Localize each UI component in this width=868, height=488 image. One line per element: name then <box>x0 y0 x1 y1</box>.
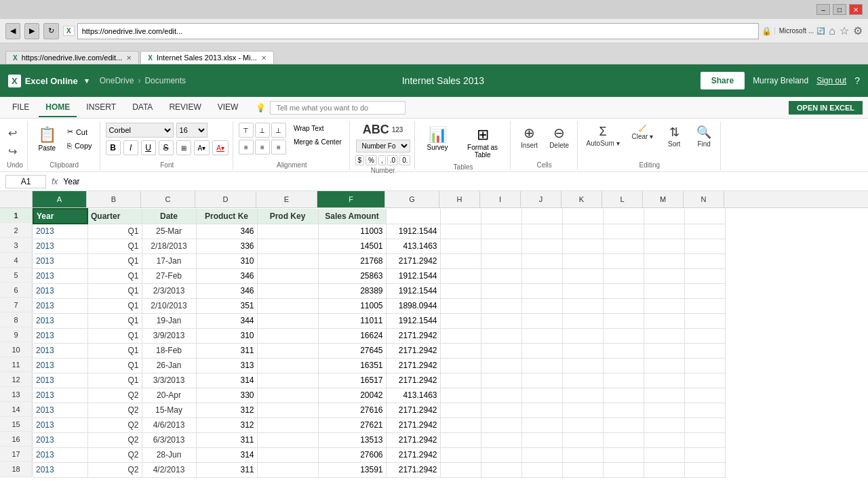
cell-M2[interactable] <box>644 224 684 239</box>
cell-L13[interactable] <box>603 388 644 403</box>
tell-me-input[interactable] <box>270 101 406 115</box>
cell-J2[interactable] <box>521 224 562 239</box>
row-num-18[interactable]: 18 <box>0 462 33 476</box>
cell-E7[interactable] <box>257 298 318 313</box>
cell-A9[interactable]: 2013 <box>33 328 87 343</box>
cell-M4[interactable] <box>644 253 684 268</box>
align-bottom-button[interactable]: ⊥ <box>271 123 286 138</box>
cell-A18[interactable]: 2013 <box>33 462 87 477</box>
cell-I13[interactable] <box>481 388 521 403</box>
cell-H8[interactable] <box>440 313 481 328</box>
cell-A16[interactable]: 2013 <box>33 432 87 447</box>
cell-K9[interactable] <box>562 328 603 343</box>
cell-N6[interactable] <box>684 283 725 298</box>
cell-I8[interactable] <box>481 313 521 328</box>
cell-J14[interactable] <box>521 403 562 418</box>
table-row[interactable]: 2013Q118-Feb311276452171.2942 <box>33 343 725 358</box>
copy-button[interactable]: ⎘ Copy <box>64 140 96 152</box>
cell-K10[interactable] <box>562 343 603 358</box>
merge-center-button[interactable]: Merge & Center <box>290 136 345 148</box>
cell-H10[interactable] <box>440 343 481 358</box>
clear-button[interactable]: 🧹 Clear ▾ <box>629 123 657 142</box>
table-row[interactable]: 2013Q119-Jan344110111912.1544 <box>33 313 725 328</box>
row-num-3[interactable]: 3 <box>0 238 33 253</box>
cell-E16[interactable] <box>257 432 318 447</box>
cell-H5[interactable] <box>440 268 481 283</box>
cell-K7[interactable] <box>562 298 603 313</box>
cell-L3[interactable] <box>603 239 644 253</box>
cell-B10[interactable]: Q1 <box>87 343 142 358</box>
header-dropdown-arrow[interactable]: ▾ <box>85 77 89 85</box>
cell-N3[interactable] <box>684 239 725 253</box>
underline-button[interactable]: U <box>141 140 156 155</box>
cell-I16[interactable] <box>481 432 521 447</box>
cell-I2[interactable] <box>481 224 521 239</box>
cell-D1[interactable]: Product Ke <box>196 209 257 224</box>
align-middle-button[interactable]: ⊥ <box>255 123 270 138</box>
col-header-B[interactable]: B <box>87 191 141 207</box>
tab-data[interactable]: DATA <box>125 98 159 117</box>
cell-K1[interactable] <box>562 209 603 224</box>
cell-H15[interactable] <box>440 418 481 432</box>
col-header-D[interactable]: D <box>195 191 256 207</box>
share-button[interactable]: Share <box>701 72 745 89</box>
cell-F6[interactable]: 28389 <box>318 283 386 298</box>
cell-B7[interactable]: Q1 <box>87 298 142 313</box>
cell-M3[interactable] <box>644 239 684 253</box>
row-num-6[interactable]: 6 <box>0 283 33 298</box>
row-num-16[interactable]: 16 <box>0 432 33 447</box>
number-format-select[interactable]: Number Format <box>356 140 410 152</box>
cell-F9[interactable]: 16624 <box>318 328 386 343</box>
cell-M15[interactable] <box>644 418 684 432</box>
cell-E18[interactable] <box>257 462 318 477</box>
cell-A14[interactable]: 2013 <box>33 403 87 418</box>
increase-decimal-button[interactable]: .0 <box>387 155 398 165</box>
cell-D4[interactable]: 310 <box>196 253 257 268</box>
cell-D5[interactable]: 346 <box>196 268 257 283</box>
cell-L10[interactable] <box>603 343 644 358</box>
col-header-J[interactable]: J <box>521 191 561 207</box>
col-header-F[interactable]: F <box>317 191 385 207</box>
cell-H13[interactable] <box>440 388 481 403</box>
cell-L14[interactable] <box>603 403 644 418</box>
breadcrumb-onedrive[interactable]: OneDrive <box>100 76 134 85</box>
cell-B6[interactable]: Q1 <box>87 283 142 298</box>
italic-button[interactable]: I <box>123 140 138 155</box>
cell-B2[interactable]: Q1 <box>87 224 142 239</box>
tab-2[interactable]: X Internet Sales 2013.xlsx - Mi... ✕ <box>140 51 274 64</box>
cell-B8[interactable]: Q1 <box>87 313 142 328</box>
cell-G4[interactable]: 2171.2942 <box>386 253 440 268</box>
cell-B3[interactable]: Q1 <box>87 239 142 253</box>
table-row[interactable]: 2013Q12/10/2013351110051898.0944 <box>33 298 725 313</box>
find-button[interactable]: 🔍 Find <box>692 123 716 150</box>
cell-F11[interactable]: 16351 <box>318 358 386 373</box>
cell-G15[interactable]: 2171.2942 <box>386 418 440 432</box>
cell-M16[interactable] <box>644 432 684 447</box>
cell-F14[interactable]: 27616 <box>318 403 386 418</box>
wrap-text-button[interactable]: Wrap Text <box>290 123 345 134</box>
cell-H14[interactable] <box>440 403 481 418</box>
cell-I9[interactable] <box>481 328 521 343</box>
cell-I15[interactable] <box>481 418 521 432</box>
cell-M10[interactable] <box>644 343 684 358</box>
cell-D10[interactable]: 311 <box>196 343 257 358</box>
cell-H12[interactable] <box>440 373 481 388</box>
cell-H18[interactable] <box>440 462 481 477</box>
cell-G16[interactable]: 2171.2942 <box>386 432 440 447</box>
cell-N9[interactable] <box>684 328 725 343</box>
maximize-button[interactable]: □ <box>833 4 846 15</box>
cell-I3[interactable] <box>481 239 521 253</box>
tab2-close-icon[interactable]: ✕ <box>261 54 267 62</box>
row-num-15[interactable]: 15 <box>0 417 33 432</box>
table-row[interactable]: 2013Q12/3/2013346283891912.1544 <box>33 283 725 298</box>
cell-A11[interactable]: 2013 <box>33 358 87 373</box>
cell-G18[interactable]: 2171.2942 <box>386 462 440 477</box>
table-row[interactable]: 2013Q26/3/2013311135132171.2942 <box>33 432 725 447</box>
cell-C7[interactable]: 2/10/2013 <box>142 298 196 313</box>
cell-N18[interactable] <box>684 462 725 477</box>
format-table-button[interactable]: ⊞ Format as Table <box>460 123 506 162</box>
cell-J5[interactable] <box>521 268 562 283</box>
refresh-button[interactable]: ↻ <box>43 23 59 39</box>
cell-C14[interactable]: 15-May <box>142 403 196 418</box>
cell-F8[interactable]: 11011 <box>318 313 386 328</box>
